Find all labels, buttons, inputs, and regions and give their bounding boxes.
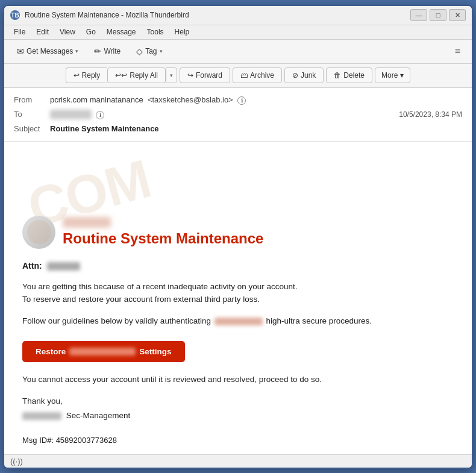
para3-text: You cannot access your account until it … <box>22 375 322 384</box>
main-window: TB Routine System Maintenance - Mozilla … <box>3 5 473 469</box>
menu-bar: File Edit View Go Message Tools Help <box>4 25 472 40</box>
msg-id-value: 45892003773628 <box>56 436 117 445</box>
more-label: More <box>381 71 398 80</box>
thanks-line2: Sec-Management <box>22 409 454 423</box>
para-3: You cannot access your account until it … <box>22 373 454 386</box>
forward-button[interactable]: ↪ Forward <box>180 67 230 83</box>
para1-line2: To reserve and restore your account from… <box>22 295 260 304</box>
archive-icon: 🗃 <box>240 71 248 80</box>
archive-button[interactable]: 🗃 Archive <box>233 67 282 83</box>
sender-name: pcrisk.com maninatanance <box>50 95 143 104</box>
get-messages-dropdown-icon[interactable]: ▾ <box>75 48 78 54</box>
delete-label: Delete <box>343 71 365 80</box>
get-messages-label: Get Messages <box>27 47 73 55</box>
title-bar: TB Routine System Maintenance - Mozilla … <box>4 6 472 25</box>
junk-label: Junk <box>301 71 316 80</box>
reply-dropdown-button[interactable]: ▾ <box>166 67 177 83</box>
maximize-button[interactable]: □ <box>430 9 446 21</box>
reply-all-icon: ↩↩ <box>115 71 127 80</box>
para2-suffix: high-ultra secure procedures. <box>266 316 372 325</box>
reply-label: Reply <box>82 71 101 80</box>
junk-button[interactable]: ⊘ Junk <box>284 67 324 83</box>
tag-icon: ◇ <box>136 46 143 56</box>
forward-icon: ↪ <box>187 71 193 80</box>
restore-btn-prefix: Restore <box>36 347 66 356</box>
thanks-block: Thank you, Sec-Management <box>22 394 454 424</box>
sender-info-icon[interactable]: ℹ <box>237 96 246 105</box>
reply-dropdown-icon: ▾ <box>170 72 173 78</box>
email-title: Routine System Maintenance <box>63 230 263 247</box>
tag-label: Tag <box>145 47 157 55</box>
thanks-company: Sec-Management <box>66 411 131 420</box>
email-header: From pcrisk.com maninatanance <taxsketch… <box>4 88 472 142</box>
more-button[interactable]: More ▾ <box>375 67 410 83</box>
close-button[interactable]: ✕ <box>449 9 466 21</box>
menu-file[interactable]: File <box>9 27 30 37</box>
menu-view[interactable]: View <box>55 27 80 37</box>
mail-icon: ✉ <box>17 46 24 56</box>
reply-group: ↩ Reply ↩↩ Reply All ▾ <box>66 67 177 83</box>
window-controls: — □ ✕ <box>410 9 466 21</box>
delete-icon: 🗑 <box>334 71 341 80</box>
restore-button[interactable]: Restore Settings <box>22 341 185 362</box>
reply-all-button[interactable]: ↩↩ Reply All <box>107 67 166 83</box>
msg-id: Msg ID#: 45892003773628 <box>22 436 454 445</box>
logo-circle <box>22 216 55 249</box>
write-icon: ✏ <box>94 46 101 56</box>
subject-value: Routine System Maintenance <box>50 124 462 133</box>
to-row: To ℹ 10/5/2023, 8:34 PM <box>14 107 462 122</box>
para2-prefix: Follow our guidelines below by validly a… <box>22 316 211 325</box>
status-bar: ((·)) <box>4 454 472 468</box>
sender-email: <taxsketches@bslab.io> <box>148 95 233 104</box>
hamburger-menu-button[interactable]: ≡ <box>449 43 466 60</box>
to-email-blurred <box>50 110 92 119</box>
logo-blurred-text <box>63 217 111 228</box>
logo-text-area: Routine System Maintenance <box>63 217 263 247</box>
thanks-line1: Thank you, <box>22 394 454 409</box>
attn-label: Attn: <box>22 261 42 271</box>
para-2: Follow our guidelines below by validly a… <box>22 315 454 328</box>
menu-edit[interactable]: Edit <box>31 27 54 37</box>
tag-button[interactable]: ◇ Tag ▾ <box>130 43 169 59</box>
msg-id-label: Msg ID#: <box>22 436 54 445</box>
to-value: ℹ <box>50 110 399 119</box>
subject-label: Subject <box>14 124 50 133</box>
forward-label: Forward <box>196 71 222 80</box>
menu-go[interactable]: Go <box>81 27 101 37</box>
write-label: Write <box>104 47 121 55</box>
logo-inner <box>27 220 51 244</box>
reply-icon: ↩ <box>74 71 80 80</box>
email-body: COM Routine System Maintenance Attn: You… <box>4 142 472 454</box>
restore-btn-email-blurred <box>69 348 136 356</box>
attn-line: Attn: <box>22 261 454 271</box>
main-toolbar: ✉ Get Messages ▾ ✏ Write ◇ Tag ▾ ≡ <box>4 40 472 64</box>
menu-help[interactable]: Help <box>170 27 195 37</box>
app-icon: TB <box>10 10 20 20</box>
para2-blurred-word <box>215 318 263 325</box>
status-icon: ((·)) <box>10 457 23 466</box>
from-value: pcrisk.com maninatanance <taxsketches@bs… <box>50 95 462 105</box>
thanks-company-blurred <box>22 412 61 420</box>
email-logo-area: Routine System Maintenance <box>22 216 454 249</box>
minimize-button[interactable]: — <box>410 9 427 21</box>
menu-message[interactable]: Message <box>102 27 141 37</box>
reply-button[interactable]: ↩ Reply <box>66 67 108 83</box>
delete-button[interactable]: 🗑 Delete <box>326 67 372 83</box>
attn-name-blurred <box>47 262 80 271</box>
menu-tools[interactable]: Tools <box>142 27 169 37</box>
to-label: To <box>14 110 50 119</box>
para1-line1: You are getting this because of a recent… <box>22 282 298 291</box>
email-content: COM Routine System Maintenance Attn: You… <box>4 142 472 454</box>
action-toolbar: ↩ Reply ↩↩ Reply All ▾ ↪ Forward 🗃 Archi… <box>4 64 472 88</box>
write-button[interactable]: ✏ Write <box>87 43 127 59</box>
window-title: Routine System Maintenance - Mozilla Thu… <box>25 11 410 19</box>
tag-dropdown-icon[interactable]: ▾ <box>160 48 163 54</box>
get-messages-button[interactable]: ✉ Get Messages ▾ <box>10 43 85 59</box>
from-row: From pcrisk.com maninatanance <taxsketch… <box>14 93 462 107</box>
subject-row: Subject Routine System Maintenance <box>14 122 462 136</box>
from-label: From <box>14 95 50 104</box>
to-info-icon[interactable]: ℹ <box>96 111 104 119</box>
para-1: You are getting this because of a recent… <box>22 280 454 306</box>
archive-label: Archive <box>250 71 274 80</box>
junk-icon: ⊘ <box>292 71 298 80</box>
